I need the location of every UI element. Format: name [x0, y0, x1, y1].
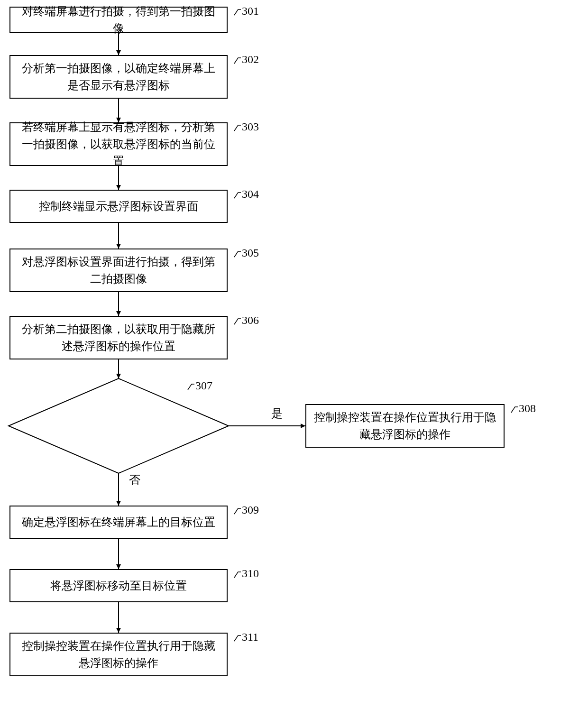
step-311: 控制操控装置在操作位置执行用于隐藏悬浮图标的操作	[9, 633, 228, 676]
step-303: 若终端屏幕上显示有悬浮图标，分析第一拍摄图像，以获取悬浮图标的当前位置	[9, 122, 228, 166]
step-310: 将悬浮图标移动至目标位置	[9, 569, 228, 602]
step-num-305: 305	[242, 247, 259, 259]
decision-line1: 当前位置与操作位置的	[62, 410, 175, 423]
step-text: 将悬浮图标移动至目标位置	[50, 577, 187, 594]
step-text: 控制操控装置在操作位置执行用于隐藏悬浮图标的操作	[313, 409, 497, 443]
step-num-302: 302	[242, 53, 259, 66]
step-301: 对终端屏幕进行拍摄，得到第一拍摄图像	[9, 7, 228, 33]
step-text: 控制终端显示悬浮图标设置界面	[39, 198, 198, 215]
step-num-309: 309	[242, 504, 259, 516]
branch-no: 否	[129, 472, 140, 488]
step-text: 对终端屏幕进行拍摄，得到第一拍摄图像	[17, 3, 220, 37]
step-text: 若终端屏幕上显示有悬浮图标，分析第一拍摄图像，以获取悬浮图标的当前位置	[17, 119, 220, 170]
step-text: 对悬浮图标设置界面进行拍摄，得到第二拍摄图像	[17, 253, 220, 287]
step-num-304: 304	[242, 188, 259, 201]
step-num-307: 307	[195, 379, 212, 392]
step-305: 对悬浮图标设置界面进行拍摄，得到第二拍摄图像	[9, 249, 228, 292]
step-309: 确定悬浮图标在终端屏幕上的目标位置	[9, 506, 228, 539]
step-num-301: 301	[242, 5, 259, 18]
step-num-311: 311	[242, 631, 258, 644]
step-308: 控制操控装置在操作位置执行用于隐藏悬浮图标的操作	[305, 404, 505, 448]
branch-yes: 是	[271, 406, 283, 421]
decision-line2: 距离大于预设阈值？	[67, 427, 170, 440]
step-num-306: 306	[242, 314, 259, 327]
step-302: 分析第一拍摄图像，以确定终端屏幕上是否显示有悬浮图标	[9, 55, 228, 99]
decision-text: 当前位置与操作位置的 距离大于预设阈值？	[47, 408, 190, 442]
step-num-310: 310	[242, 567, 259, 580]
step-text: 控制操控装置在操作位置执行用于隐藏悬浮图标的操作	[17, 637, 220, 672]
step-text: 分析第一拍摄图像，以确定终端屏幕上是否显示有悬浮图标	[17, 60, 220, 94]
step-num-308: 308	[519, 402, 536, 415]
step-text: 分析第二拍摄图像，以获取用于隐藏所述悬浮图标的操作位置	[17, 321, 220, 355]
step-306: 分析第二拍摄图像，以获取用于隐藏所述悬浮图标的操作位置	[9, 316, 228, 359]
step-num-303: 303	[242, 120, 259, 133]
step-304: 控制终端显示悬浮图标设置界面	[9, 190, 228, 223]
step-text: 确定悬浮图标在终端屏幕上的目标位置	[22, 514, 215, 531]
